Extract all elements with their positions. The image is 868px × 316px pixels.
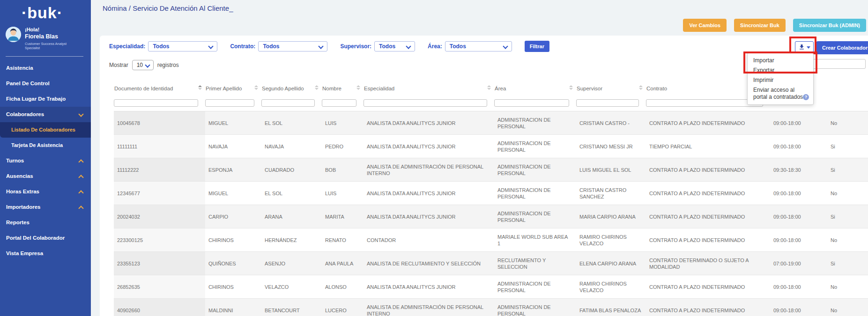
cell-nombre: LUIS (322, 182, 364, 205)
cell-primer: ESPONJA (205, 158, 261, 182)
menu-item-enviar-acceso-al-portal-a-contratados[interactable]: Enviar acceso al portal a contratados? (748, 85, 813, 102)
cell-contrato: CONTRATO A PLAZO INDETERMINADO (646, 275, 770, 299)
column-filter-input-nombre[interactable] (322, 99, 356, 107)
sort-arrows-icon (569, 85, 573, 90)
column-filter-input-documento-de-identidad[interactable] (114, 99, 198, 107)
column-filter-input-area[interactable] (494, 99, 569, 107)
sidebar-item-listado-de-colaboradores[interactable]: Listado De Colaboradores (0, 122, 91, 138)
row-actions-cell (863, 228, 868, 252)
column-header-segundo-apellido[interactable]: Segundo Apellido (261, 75, 322, 94)
sidebar-item-colaboradores[interactable]: Colaboradores (0, 107, 91, 122)
column-header-label: Especialidad (364, 86, 394, 91)
cell-especialidad: ANALISTA DE ADMINISTRACIÓN DE PERSONAL I… (364, 158, 494, 182)
buk-logo[interactable]: ·buk· (0, 4, 91, 22)
column-filter-input-contrato[interactable] (646, 99, 763, 107)
sidebar-item-portal-del-colaborador[interactable]: Portal Del Colaborador (0, 230, 91, 246)
user-info: ¡Hola! Fiorela Blas Customer Success Ana… (25, 27, 75, 50)
sidebar-item-tarjeta-de-asistencia[interactable]: Tarjeta De Asistencia (0, 138, 91, 153)
sincronizar-buk-button[interactable]: Sincronizar Buk (734, 19, 786, 32)
chevron-up-icon (78, 206, 83, 211)
filter-select-especialidad[interactable]: Todos (148, 41, 217, 51)
crear-colaborador-button[interactable]: Crear Colaborador (816, 41, 868, 54)
column-header-nombre[interactable]: Nombre (322, 75, 364, 94)
sidebar-item-horas-extras[interactable]: Horas Extras (0, 184, 91, 199)
sincronizar-buk-admin-button[interactable]: Sincronizar Buk (ADMIN) (793, 19, 866, 32)
column-filter-input-segundo-apellido[interactable] (261, 99, 315, 107)
column-filter-input-primer-apellido[interactable] (205, 99, 254, 107)
sidebar-item-label: Listado De Colaboradores (11, 127, 75, 132)
ver-cambios-button[interactable]: Ver Cambios (683, 19, 727, 32)
filter-label: Supervisor: (340, 43, 371, 50)
buk-app: ·buk· ¡Hola! Fiorela Blas Customer Succe… (0, 0, 868, 316)
sort-asc-icon (639, 85, 643, 87)
table-row[interactable]: 10045678MIGUELEL SOLLUISANALISTA DATA AN… (114, 111, 868, 135)
filter-select-area[interactable]: Todos (445, 41, 512, 51)
row-actions (866, 119, 868, 127)
table-row[interactable]: 40902660MALDINNIBETANCOURTLUCEROANALISTA… (114, 299, 868, 316)
column-header-area[interactable]: Área (494, 75, 576, 94)
sort-desc-icon (356, 88, 360, 90)
cell-flag: Si (808, 158, 863, 182)
column-filter-input-especialidad[interactable] (364, 99, 487, 107)
collaborators-panel: Especialidad:TodosContrato:TodosSupervis… (100, 36, 868, 316)
row-actions (866, 259, 868, 268)
sidebar-nav: AsistenciaPanel De ControlFicha Lugar De… (0, 60, 91, 261)
filter-select-contrato[interactable]: Todos (258, 41, 327, 51)
column-header-primer-apellido[interactable]: Primer Apellido (205, 75, 261, 94)
column-filter-input-supervisor[interactable] (576, 99, 639, 107)
table-row[interactable]: 12345677MIGUELEL SOLLUISANALISTA DATA AN… (114, 182, 868, 205)
cell-primer: CARPIO (205, 205, 261, 228)
menu-item-label: Enviar acceso al portal a contratados (753, 87, 803, 100)
sidebar-item-label: Horas Extras (6, 189, 39, 194)
filtrar-button[interactable]: Filtrar (525, 41, 549, 52)
sidebar-item-ficha-lugar-de-trabajo[interactable]: Ficha Lugar De Trabajo (0, 91, 91, 107)
sidebar-item-panel-de-control[interactable]: Panel De Control (0, 76, 91, 91)
sidebar-item-vista-empresa[interactable]: Vista Empresa (0, 246, 91, 261)
table-row[interactable]: 26852635CHIRINOSVELAZCOALONSOANALISTA DA… (114, 275, 868, 299)
cell-supervisor: CRISTIAN CASTRO - (576, 111, 646, 135)
cell-turno: 09:00-18:00 (770, 228, 808, 252)
sidebar-item-importadores[interactable]: Importadores (0, 199, 91, 215)
menu-item-imprimir[interactable]: Imprimir (748, 75, 813, 85)
cell-especialidad: ANALISTA DE ADMINISTRACIÓN DE PERSONAL I… (364, 299, 494, 316)
column-filter-cell (261, 94, 322, 111)
cell-contrato: TIEMPO PARCIAL (646, 135, 770, 158)
filter-label: Especialidad: (109, 43, 145, 50)
menu-item-label: Imprimir (753, 77, 773, 83)
page-size-select[interactable]: 10 (132, 60, 154, 70)
chevron-down-icon (503, 44, 508, 49)
table-row[interactable]: 223300125CHIRINOSHERNÁNDEZRENATOCONTADOR… (114, 228, 868, 252)
top-actions: Ver Cambios Sincronizar Buk Sincronizar … (683, 19, 866, 32)
sidebar-item-label: Importadores (6, 204, 41, 210)
sidebar-item-turnos[interactable]: Turnos (0, 153, 91, 169)
column-filter-cell (322, 94, 364, 111)
column-header-especialidad[interactable]: Especialidad (364, 75, 494, 94)
cell-nombre: LUCERO (322, 299, 364, 316)
table-row[interactable]: 11112222ESPONJACUADRADOBOBANALISTA DE AD… (114, 158, 868, 182)
sidebar-item-reportes[interactable]: Reportes (0, 215, 91, 230)
column-header-supervisor[interactable]: Supervisor (576, 75, 646, 94)
chevron-up-icon (78, 175, 83, 180)
sidebar-item-label: Colaboradores (6, 111, 44, 117)
help-icon[interactable]: ? (803, 94, 809, 100)
filter-group-especialidad: Especialidad:Todos (109, 41, 217, 51)
filter-select-supervisor[interactable]: Todos (374, 41, 415, 51)
column-header-label: Segundo Apellido (262, 86, 304, 91)
user-name: Fiorela Blas (25, 33, 75, 40)
cell-turno: 09:00-18:00 (770, 205, 808, 228)
chevron-up-icon (78, 159, 83, 164)
table-row[interactable]: 11111111NAVAJANAVAJAPEDROANALISTA DATA A… (114, 135, 868, 158)
column-header-documento-de-identidad[interactable]: Documento de Identidad (114, 75, 205, 94)
cell-doc: 223300125 (114, 228, 205, 252)
cell-area: ADMINISTRACION DE PERSONAL (494, 182, 576, 205)
table-row[interactable]: 20024032CARPIOARANAMARITAANALISTA DATA A… (114, 205, 868, 228)
cell-supervisor: CRISTIANO MESSI JR (576, 135, 646, 158)
sidebar-item-asistencia[interactable]: Asistencia (0, 60, 91, 76)
table-row[interactable]: 23355123QUIÑONESASENJOANA PAULAANALISTA … (114, 252, 868, 275)
row-actions-cell (863, 205, 868, 228)
sidebar-item-ausencias[interactable]: Ausencias (0, 169, 91, 184)
filter-label: Área: (428, 43, 442, 50)
avatar-illustration (6, 27, 21, 42)
row-actions-cell (863, 252, 868, 275)
cell-doc: 12345677 (114, 182, 205, 205)
